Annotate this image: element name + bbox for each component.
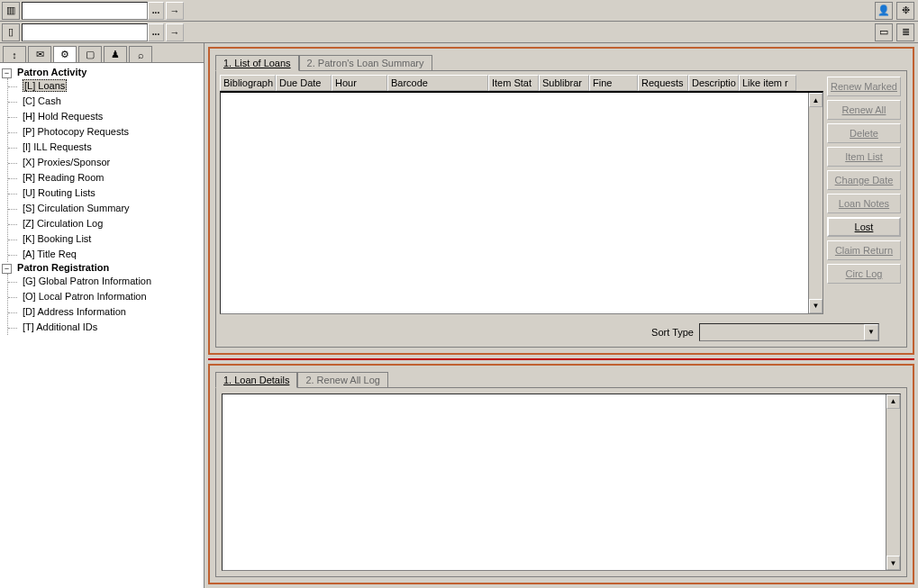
left-tab-0[interactable]: ↕ (3, 46, 26, 62)
tree-item-ill[interactable]: [I] ILL Requests (23, 141, 92, 152)
loan-notes-button[interactable]: Loan Notes (827, 194, 901, 213)
col-sublibrar[interactable]: Sublibrar (539, 75, 589, 91)
sort-row: Sort Type ▼ (216, 318, 906, 347)
left-tab-4[interactable]: ♟ (104, 46, 127, 62)
left-tab-1[interactable]: ✉ (28, 46, 51, 62)
col-requests[interactable]: Requests (638, 75, 688, 91)
left-tab-strip: ↕ ✉ ⚙ ▢ ♟ ⌕ (0, 43, 204, 63)
tree-item-loans[interactable]: [L] Loans (23, 79, 67, 92)
details-scrollbar[interactable]: ▲ ▼ (886, 394, 900, 570)
tab-renew-all-log[interactable]: 2. Renew All Log (297, 372, 388, 388)
tab-loan-summary[interactable]: 2. Patron's Loan Summary (299, 55, 432, 71)
tree-item-circ-log[interactable]: [Z] Circulation Log (23, 218, 103, 229)
toolbar-ellipsis-2[interactable]: ... (148, 23, 164, 41)
grid-header: Bibliograph Due Date Hour Barcode Item S… (220, 75, 823, 91)
toolbar-icon-1[interactable]: ▥ (2, 2, 20, 20)
col-biblio[interactable]: Bibliograph (220, 75, 276, 91)
tree-root-activity[interactable]: Patron Activity (17, 67, 86, 77)
col-barcode[interactable]: Barcode (387, 75, 488, 91)
toolbar-input-1[interactable] (22, 2, 148, 20)
nav-tree: − Patron Activity [L] Loans [C] Cash [H]… (0, 63, 204, 588)
right-panel: 1. List of Loans 2. Patron's Loan Summar… (205, 43, 918, 588)
tree-item-circ-summary[interactable]: [S] Circulation Summary (23, 203, 130, 213)
tree-item-address[interactable]: [D] Address Information (23, 306, 126, 317)
loans-grid: Bibliograph Due Date Hour Barcode Item S… (220, 75, 823, 314)
tree-item-local[interactable]: [O] Local Patron Information (23, 291, 147, 302)
col-item-stat[interactable]: Item Stat (488, 75, 539, 91)
action-button-column: Renew Marked Renew All Delete Item List … (827, 71, 906, 318)
scroll-up-icon[interactable]: ▲ (809, 93, 823, 107)
tree-item-reading[interactable]: [R] Reading Room (23, 172, 105, 183)
renew-all-button[interactable]: Renew All (827, 100, 901, 120)
grid-body[interactable]: ▲ ▼ (220, 91, 823, 314)
tree-item-global[interactable]: [G] Global Patron Information (23, 276, 151, 286)
change-date-button[interactable]: Change Date (827, 170, 901, 190)
tree-root-registration[interactable]: Patron Registration (17, 262, 109, 273)
upper-pane-body: Bibliograph Due Date Hour Barcode Item S… (215, 70, 907, 348)
tree-item-cash[interactable]: [C] Cash (23, 95, 61, 106)
scroll-down-icon[interactable]: ▼ (886, 556, 900, 570)
col-due-date[interactable]: Due Date (276, 75, 332, 91)
item-list-button[interactable]: Item List (827, 147, 901, 167)
col-hour[interactable]: Hour (332, 75, 387, 91)
col-description[interactable]: Descriptio (688, 75, 739, 91)
tree-item-booking[interactable]: [K] Booking List (23, 233, 91, 244)
tree-item-proxies[interactable]: [X] Proxies/Sponsor (23, 157, 110, 167)
col-like-item[interactable]: Like item r (739, 75, 796, 91)
left-panel: ↕ ✉ ⚙ ▢ ♟ ⌕ − Patron Activity [L] Loans … (0, 43, 205, 588)
help-icon[interactable]: ❉ (896, 2, 914, 20)
tab-list-of-loans[interactable]: 1. List of Loans (215, 55, 299, 71)
window-icon[interactable]: ▭ (875, 23, 893, 41)
main-area: ↕ ✉ ⚙ ▢ ♟ ⌕ − Patron Activity [L] Loans … (0, 43, 918, 588)
sort-type-combo[interactable]: ▼ (699, 323, 879, 341)
delete-button[interactable]: Delete (827, 123, 901, 143)
tree-item-title-req[interactable]: [A] Title Req (23, 249, 77, 259)
col-fine[interactable]: Fine (589, 75, 638, 91)
pane-divider[interactable] (208, 358, 914, 360)
scroll-down-icon[interactable]: ▼ (809, 299, 823, 313)
tree-item-routing[interactable]: [U] Routing Lists (23, 187, 95, 198)
upper-tabs: 1. List of Loans 2. Patron's Loan Summar… (210, 49, 913, 70)
toolbar-go-2[interactable]: → (166, 23, 184, 41)
toolbar-go-1[interactable]: → (166, 2, 184, 20)
sort-label: Sort Type (651, 327, 694, 338)
tree-toggle-activity[interactable]: − (2, 68, 12, 78)
lower-frame: 1. Loan Details 2. Renew All Log ▲ ▼ (208, 364, 914, 584)
lower-pane-body: ▲ ▼ (215, 387, 907, 577)
toolbar-row-1: ▥ ... → 👤 ❉ (0, 0, 918, 22)
tree-toggle-registration[interactable]: − (2, 264, 12, 274)
lower-tabs: 1. Loan Details 2. Renew All Log (210, 366, 913, 387)
toolbar-icon-2[interactable]: ▯ (2, 23, 20, 41)
tree-item-hold[interactable]: [H] Hold Requests (23, 111, 103, 122)
tab-loan-details[interactable]: 1. Loan Details (215, 372, 297, 388)
lost-button[interactable]: Lost (827, 217, 901, 237)
left-tab-2[interactable]: ⚙ (53, 46, 77, 62)
left-tab-3[interactable]: ▢ (78, 46, 102, 62)
toolbar-ellipsis-1[interactable]: ... (148, 2, 164, 20)
toolbar-input-2[interactable] (22, 23, 148, 41)
circ-log-button[interactable]: Circ Log (827, 264, 901, 284)
tree-item-photocopy[interactable]: [P] Photocopy Requests (23, 126, 129, 137)
grid-scrollbar[interactable]: ▲ ▼ (808, 93, 823, 313)
chevron-down-icon[interactable]: ▼ (864, 324, 878, 340)
tree-item-ids[interactable]: [T] Additional IDs (23, 321, 97, 332)
left-tab-5[interactable]: ⌕ (129, 46, 152, 62)
list-icon[interactable]: ≣ (896, 23, 914, 41)
renew-marked-button[interactable]: Renew Marked (827, 77, 901, 96)
upper-frame: 1. List of Loans 2. Patron's Loan Summar… (208, 47, 914, 355)
scroll-up-icon[interactable]: ▲ (886, 394, 900, 409)
person-icon[interactable]: 👤 (875, 2, 893, 20)
toolbar-row-2: ▯ ... → ▭ ≣ (0, 22, 918, 43)
loan-details-area[interactable]: ▲ ▼ (222, 394, 901, 571)
claim-return-button[interactable]: Claim Return (827, 240, 901, 260)
